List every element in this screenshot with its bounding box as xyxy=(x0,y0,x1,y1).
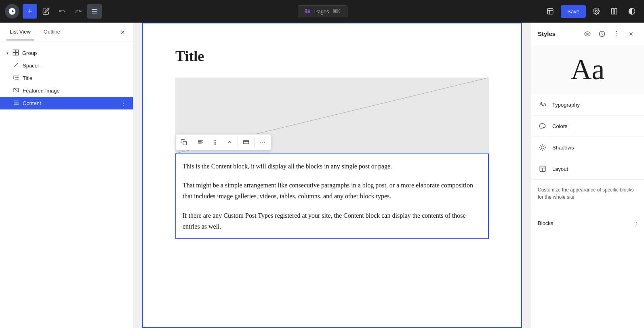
left-sidebar: List View Outline × ▾ Group Spacer xyxy=(0,23,133,328)
toolbar-divider-3 xyxy=(254,137,255,147)
more-options-button[interactable]: ⋯ xyxy=(255,135,270,149)
copy-icon xyxy=(181,139,187,145)
spacer-label: Spacer xyxy=(23,63,126,69)
preview-icon xyxy=(547,8,554,15)
settings-button[interactable] xyxy=(589,4,604,19)
featured-image-icon xyxy=(13,87,19,95)
up-down-icon xyxy=(226,139,233,145)
toolbar-divider-1 xyxy=(192,137,192,147)
sidebar-item-title[interactable]: Title xyxy=(0,72,133,84)
svg-point-38 xyxy=(587,33,588,35)
edit-button[interactable] xyxy=(39,4,53,19)
style-switch-button[interactable] xyxy=(625,4,639,19)
svg-point-42 xyxy=(541,146,544,149)
sidebar-close-button[interactable]: × xyxy=(119,27,126,38)
edit-icon xyxy=(42,8,50,15)
outline-tab[interactable]: Outline xyxy=(40,24,63,40)
sidebar-item-featured-image[interactable]: Featured Image xyxy=(0,84,133,97)
drag-icon xyxy=(212,139,218,145)
block-toolbar: ⋯ xyxy=(175,134,271,150)
shadows-label: Shadows xyxy=(552,145,638,151)
sidebar-item-content[interactable]: Content ⋮ xyxy=(0,97,133,109)
blocks-row[interactable]: Blocks › xyxy=(531,214,644,232)
svg-point-31 xyxy=(214,142,214,142)
undo-icon xyxy=(59,8,66,15)
svg-line-20 xyxy=(14,88,19,92)
list-view-tab[interactable]: List View xyxy=(6,24,34,40)
undo-button[interactable] xyxy=(55,4,69,19)
sidebar-item-group[interactable]: ▾ Group xyxy=(0,47,133,59)
customize-text: Customize the appearance of specific blo… xyxy=(538,186,638,201)
layout-option[interactable]: Layout xyxy=(531,158,644,180)
canvas-content: Title xyxy=(143,23,521,271)
content-block-wrapper: ⋯ This is the Content block, it will dis… xyxy=(175,153,489,239)
up-down-button[interactable] xyxy=(222,135,237,149)
content-block-area: ⋯ This is the Content block, it will dis… xyxy=(175,153,489,239)
svg-line-45 xyxy=(540,145,541,145)
pages-shortcut: ⌘K xyxy=(333,8,341,14)
styles-more-button[interactable]: ⋮ xyxy=(610,27,623,40)
content-more-icon[interactable]: ⋮ xyxy=(120,99,126,107)
svg-point-34 xyxy=(215,142,216,142)
content-paragraph-1: This is the Content block, it will displ… xyxy=(183,161,482,172)
content-paragraph-3: If there are any Custom Post Types regis… xyxy=(183,210,482,232)
drag-handle-button[interactable] xyxy=(208,135,222,149)
toolbar-center-group: Pages ⌘K xyxy=(103,5,541,17)
layout-label: Layout xyxy=(552,166,638,172)
shadows-icon xyxy=(538,143,547,152)
save-button[interactable]: Save xyxy=(561,5,586,18)
svg-rect-12 xyxy=(13,53,15,55)
wp-logo[interactable] xyxy=(5,4,19,19)
canvas-inner: Title xyxy=(142,23,522,328)
svg-rect-10 xyxy=(13,50,15,52)
content-block[interactable]: This is the Content block, it will displ… xyxy=(175,153,489,239)
preview-button[interactable] xyxy=(543,4,558,19)
typography-option[interactable]: Aa Typography xyxy=(531,94,644,116)
sidebar-tabs: List View Outline × xyxy=(0,23,133,42)
colors-label: Colors xyxy=(552,123,638,129)
dual-view-button[interactable] xyxy=(607,4,621,19)
toolbar-divider-2 xyxy=(238,137,238,147)
title-label: Title xyxy=(23,75,126,81)
list-view-button[interactable] xyxy=(87,4,102,19)
featured-image-label: Featured Image xyxy=(23,88,126,94)
style-switch-icon xyxy=(628,8,636,15)
layout-icon xyxy=(538,164,547,174)
shadows-option[interactable]: Shadows xyxy=(531,137,644,158)
align-left-icon xyxy=(197,139,204,145)
wide-button[interactable] xyxy=(239,135,253,149)
svg-rect-8 xyxy=(615,8,617,14)
close-icon xyxy=(628,31,634,37)
add-block-button[interactable]: + xyxy=(23,4,37,19)
blocks-label: Blocks xyxy=(538,220,636,226)
styles-history-button[interactable] xyxy=(596,27,608,40)
svg-rect-25 xyxy=(183,141,187,145)
pages-label: Pages xyxy=(314,8,329,15)
redo-button[interactable] xyxy=(71,4,86,19)
sidebar-item-spacer[interactable]: Spacer xyxy=(0,59,133,72)
main-layout: List View Outline × ▾ Group Spacer xyxy=(0,23,644,328)
pages-icon xyxy=(305,8,311,15)
pages-button[interactable]: Pages ⌘K xyxy=(298,5,347,17)
svg-rect-3 xyxy=(548,8,554,14)
list-view-icon xyxy=(91,8,98,15)
content-paragraph-2: That might be a simple arrangement like … xyxy=(183,180,482,202)
styles-title: Styles xyxy=(538,30,581,37)
styles-close-button[interactable] xyxy=(625,27,638,40)
toolbar-left-group: + xyxy=(5,4,102,19)
svg-point-35 xyxy=(215,144,216,144)
align-left-button[interactable] xyxy=(193,135,208,149)
colors-icon xyxy=(538,121,547,131)
svg-point-30 xyxy=(214,140,214,141)
svg-rect-11 xyxy=(16,50,19,52)
dual-view-icon xyxy=(610,8,618,15)
redo-icon xyxy=(75,8,82,15)
styles-eye-button[interactable] xyxy=(581,27,594,40)
block-copy-button[interactable] xyxy=(177,135,191,149)
sidebar-tree: ▾ Group Spacer Title xyxy=(0,42,133,328)
typography-icon: Aa xyxy=(538,100,547,109)
eye-icon xyxy=(584,31,591,37)
styles-header-icons: ⋮ xyxy=(581,27,638,40)
colors-option[interactable]: Colors xyxy=(531,116,644,137)
settings-icon xyxy=(593,8,600,15)
